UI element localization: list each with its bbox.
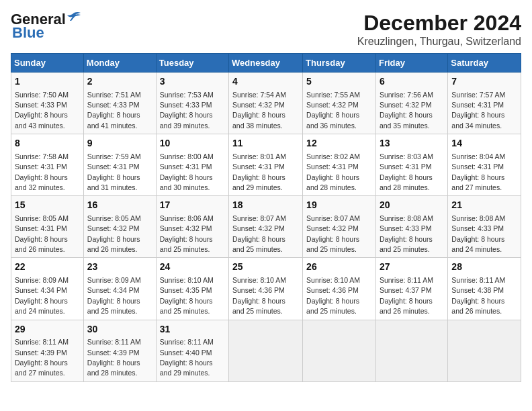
day-number: 4: [232, 75, 299, 89]
day-number: 31: [160, 323, 225, 336]
calendar-cell: 25 Sunrise: 8:10 AM Sunset: 4:36 PM Dayl…: [229, 258, 303, 320]
calendar-cell: 14 Sunrise: 8:04 AM Sunset: 4:31 PM Dayl…: [448, 134, 521, 196]
day-detail: Sunrise: 7:54 AM Sunset: 4:32 PM Dayligh…: [232, 91, 286, 130]
calendar-week-row: 15 Sunrise: 8:05 AM Sunset: 4:31 PM Dayl…: [11, 196, 521, 258]
calendar-cell: 8 Sunrise: 7:58 AM Sunset: 4:31 PM Dayli…: [11, 134, 84, 196]
day-number: 11: [232, 137, 299, 150]
calendar-cell: [229, 320, 303, 381]
day-number: 22: [15, 261, 80, 274]
day-number: 9: [87, 137, 152, 150]
day-number: 26: [306, 261, 372, 274]
title-block: December 2024 Kreuzlingen, Thurgau, Swit…: [357, 11, 521, 48]
calendar-week-row: 8 Sunrise: 7:58 AM Sunset: 4:31 PM Dayli…: [11, 134, 521, 196]
day-detail: Sunrise: 8:10 AM Sunset: 4:36 PM Dayligh…: [306, 276, 360, 315]
day-detail: Sunrise: 8:10 AM Sunset: 4:36 PM Dayligh…: [232, 276, 286, 315]
day-number: 30: [87, 323, 152, 336]
calendar-cell: 26 Sunrise: 8:10 AM Sunset: 4:36 PM Dayl…: [303, 258, 376, 320]
day-detail: Sunrise: 8:11 AM Sunset: 4:39 PM Dayligh…: [87, 338, 141, 377]
calendar-cell: 17 Sunrise: 8:06 AM Sunset: 4:32 PM Dayl…: [156, 196, 228, 258]
day-detail: Sunrise: 7:53 AM Sunset: 4:33 PM Dayligh…: [160, 91, 214, 130]
header-monday: Monday: [83, 54, 156, 73]
day-number: 5: [306, 75, 372, 89]
calendar-cell: 12 Sunrise: 8:02 AM Sunset: 4:31 PM Dayl…: [303, 134, 376, 196]
day-number: 16: [87, 199, 152, 212]
day-detail: Sunrise: 8:01 AM Sunset: 4:31 PM Dayligh…: [232, 152, 286, 191]
day-number: 29: [15, 323, 80, 336]
day-detail: Sunrise: 8:07 AM Sunset: 4:32 PM Dayligh…: [232, 214, 286, 253]
day-number: 14: [451, 137, 517, 150]
day-detail: Sunrise: 8:11 AM Sunset: 4:39 PM Dayligh…: [15, 338, 69, 377]
calendar-cell: 3 Sunrise: 7:53 AM Sunset: 4:33 PM Dayli…: [156, 73, 228, 134]
calendar-cell: 7 Sunrise: 7:57 AM Sunset: 4:31 PM Dayli…: [448, 73, 521, 134]
day-detail: Sunrise: 8:07 AM Sunset: 4:32 PM Dayligh…: [306, 214, 360, 253]
day-detail: Sunrise: 8:08 AM Sunset: 4:33 PM Dayligh…: [451, 214, 505, 253]
day-number: 10: [160, 137, 225, 150]
calendar-cell: 22 Sunrise: 8:09 AM Sunset: 4:34 PM Dayl…: [11, 258, 84, 320]
day-number: 24: [160, 261, 225, 274]
day-number: 6: [380, 75, 444, 89]
day-detail: Sunrise: 8:11 AM Sunset: 4:40 PM Dayligh…: [160, 338, 214, 377]
page-subtitle: Kreuzlingen, Thurgau, Switzerland: [357, 36, 521, 48]
page-header: General Blue December 2024 Kreuzlingen, …: [11, 11, 521, 48]
calendar-cell: [375, 320, 447, 381]
day-detail: Sunrise: 8:00 AM Sunset: 4:31 PM Dayligh…: [160, 152, 214, 191]
calendar-cell: 5 Sunrise: 7:55 AM Sunset: 4:32 PM Dayli…: [303, 73, 376, 134]
day-number: 21: [451, 199, 517, 212]
day-number: 2: [87, 75, 152, 89]
calendar-cell: [448, 320, 521, 381]
calendar-cell: 18 Sunrise: 8:07 AM Sunset: 4:32 PM Dayl…: [229, 196, 303, 258]
logo-blue: Blue: [12, 24, 44, 42]
header-tuesday: Tuesday: [156, 54, 228, 73]
calendar-cell: 21 Sunrise: 8:08 AM Sunset: 4:33 PM Dayl…: [448, 196, 521, 258]
logo-bird-icon: [67, 11, 82, 24]
day-number: 17: [160, 199, 225, 212]
day-detail: Sunrise: 8:02 AM Sunset: 4:31 PM Dayligh…: [306, 152, 360, 191]
header-saturday: Saturday: [448, 54, 521, 73]
calendar-cell: 27 Sunrise: 8:11 AM Sunset: 4:37 PM Dayl…: [375, 258, 447, 320]
day-detail: Sunrise: 8:04 AM Sunset: 4:31 PM Dayligh…: [451, 152, 505, 191]
day-detail: Sunrise: 8:11 AM Sunset: 4:38 PM Dayligh…: [451, 276, 505, 315]
calendar-week-row: 1 Sunrise: 7:50 AM Sunset: 4:33 PM Dayli…: [11, 73, 521, 134]
day-detail: Sunrise: 8:09 AM Sunset: 4:34 PM Dayligh…: [87, 276, 141, 315]
calendar-cell: 13 Sunrise: 8:03 AM Sunset: 4:31 PM Dayl…: [375, 134, 447, 196]
header-friday: Friday: [375, 54, 447, 73]
calendar-cell: 31 Sunrise: 8:11 AM Sunset: 4:40 PM Dayl…: [156, 320, 228, 381]
header-wednesday: Wednesday: [229, 54, 303, 73]
day-number: 8: [15, 137, 80, 150]
calendar-cell: 23 Sunrise: 8:09 AM Sunset: 4:34 PM Dayl…: [83, 258, 156, 320]
day-detail: Sunrise: 7:58 AM Sunset: 4:31 PM Dayligh…: [15, 152, 69, 191]
day-detail: Sunrise: 8:11 AM Sunset: 4:37 PM Dayligh…: [380, 276, 433, 315]
day-detail: Sunrise: 8:09 AM Sunset: 4:34 PM Dayligh…: [15, 276, 69, 315]
page-title: December 2024: [357, 11, 521, 36]
day-number: 27: [380, 261, 444, 274]
day-detail: Sunrise: 8:03 AM Sunset: 4:31 PM Dayligh…: [380, 152, 433, 191]
day-number: 18: [232, 199, 299, 212]
day-number: 1: [15, 75, 80, 89]
day-number: 12: [306, 137, 372, 150]
day-number: 19: [306, 199, 372, 212]
day-detail: Sunrise: 7:50 AM Sunset: 4:33 PM Dayligh…: [15, 91, 69, 130]
day-number: 20: [380, 199, 444, 212]
calendar-cell: 4 Sunrise: 7:54 AM Sunset: 4:32 PM Dayli…: [229, 73, 303, 134]
day-number: 13: [380, 137, 444, 150]
calendar-cell: 10 Sunrise: 8:00 AM Sunset: 4:31 PM Dayl…: [156, 134, 228, 196]
day-number: 3: [160, 75, 225, 89]
header-thursday: Thursday: [303, 54, 376, 73]
day-detail: Sunrise: 8:06 AM Sunset: 4:32 PM Dayligh…: [160, 214, 214, 253]
day-detail: Sunrise: 7:56 AM Sunset: 4:32 PM Dayligh…: [380, 91, 433, 130]
calendar-cell: 9 Sunrise: 7:59 AM Sunset: 4:31 PM Dayli…: [83, 134, 156, 196]
day-detail: Sunrise: 8:05 AM Sunset: 4:31 PM Dayligh…: [15, 214, 69, 253]
header-sunday: Sunday: [11, 54, 84, 73]
day-detail: Sunrise: 7:57 AM Sunset: 4:31 PM Dayligh…: [451, 91, 505, 130]
calendar-cell: [303, 320, 376, 381]
day-detail: Sunrise: 7:55 AM Sunset: 4:32 PM Dayligh…: [306, 91, 360, 130]
calendar-week-row: 29 Sunrise: 8:11 AM Sunset: 4:39 PM Dayl…: [11, 320, 521, 381]
calendar-cell: 29 Sunrise: 8:11 AM Sunset: 4:39 PM Dayl…: [11, 320, 84, 381]
day-number: 25: [232, 261, 299, 274]
calendar-table: SundayMondayTuesdayWednesdayThursdayFrid…: [11, 53, 521, 382]
calendar-cell: 20 Sunrise: 8:08 AM Sunset: 4:33 PM Dayl…: [375, 196, 447, 258]
day-number: 28: [451, 261, 517, 274]
calendar-cell: 16 Sunrise: 8:05 AM Sunset: 4:32 PM Dayl…: [83, 196, 156, 258]
day-detail: Sunrise: 7:59 AM Sunset: 4:31 PM Dayligh…: [87, 152, 141, 191]
day-number: 7: [451, 75, 517, 89]
